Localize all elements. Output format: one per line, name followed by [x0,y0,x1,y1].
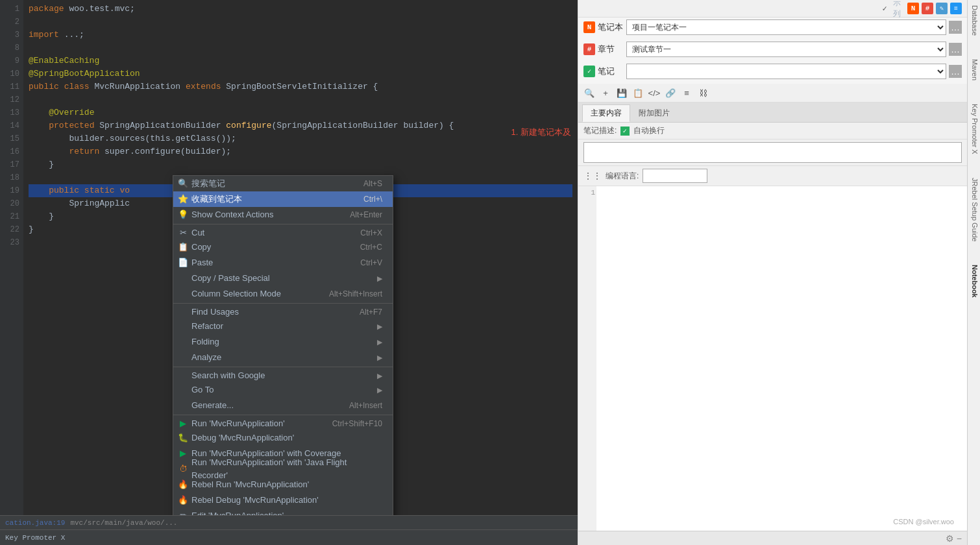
chapter-more-btn[interactable]: … [949,43,962,56]
note-select[interactable] [626,64,946,79]
menu-item-label: Edit 'MvcRunApplication'... [191,509,291,515]
side-tab-kp[interactable]: Key Promoter X [968,99,980,160]
side-tab-notebook[interactable]: Notebook [968,260,980,303]
menu-item-shortcut: Ctrl+C [360,241,382,254]
side-tab-database[interactable]: Database [968,0,980,41]
code-line [29,16,572,29]
notebook-hash-icon[interactable]: # [922,3,933,14]
notebook-row: N 笔记本 项目一笔记本一 … [578,18,967,37]
rebel-run-icon: 🔥 [177,478,189,491]
note-label: 笔记 [598,66,624,77]
menu-goto[interactable]: Go To ▶ [173,382,393,398]
note-row: ✓ 笔记 … [578,62,967,81]
note-input-area [578,139,967,166]
paste-icon: 📄 [177,256,189,269]
auto-wrap-label: 自动换行 [633,125,665,136]
notebook-more-btn[interactable]: … [949,21,962,34]
menu-edit-config[interactable]: ✏ Edit 'MvcRunApplication'... [173,508,393,515]
notebook-doc-icon[interactable]: ≡ [950,3,962,14]
note-content-area[interactable]: 1 [578,186,967,531]
menu-item-shortcut: Ctrl+X [360,226,382,239]
menu-debug[interactable]: 🐛 Debug 'MvcRunApplication' [173,430,393,446]
menu-item-label: Run 'MvcRunApplication' [191,417,285,430]
menu-copy-paste-special[interactable]: Copy / Paste Special ▶ [173,271,393,286]
search-tool-btn[interactable]: 🔍 [582,86,596,100]
tab-main-content[interactable]: 主要内容 [582,104,630,122]
note-description-row: 笔记描述: ✓ 自动换行 [578,123,967,139]
right-side-tabs: Database Maven Key Promoter X JRebel Set… [967,0,980,545]
menu-item-shortcut: Alt+Enter [350,208,382,221]
code-lang-label: 编程语言: [606,171,639,182]
display-label: 显示列表 [893,3,905,14]
menu-rebel-run[interactable]: 🔥 Rebel Run 'MvcRunApplication' [173,477,393,492]
line-numbers: 1 2 3 8 9 10 11 12 13 14 15 16 17 18 19 … [0,0,23,515]
menu-search-note[interactable]: 🔍 搜索笔记 Alt+S [173,176,393,191]
menu-find-usages[interactable]: Find Usages Alt+F7 [173,303,393,319]
menu-item-label: 收藏到笔记本 [191,193,242,206]
menu-cut[interactable]: ✂ Cut Ctrl+X [173,224,393,239]
cut-icon: ✂ [177,226,189,239]
menu-folding[interactable]: Folding ▶ [173,334,393,350]
run-icon: ▶ [177,417,189,430]
code-line: public class MvcRunApplication extends S… [29,80,572,93]
menu-item-label: 搜索笔记 [191,177,225,190]
menu-analyze[interactable]: Analyze ▶ [173,350,393,365]
watermark: CSDN @silver.woo [893,518,954,526]
code-editor[interactable]: package woo.test.mvc; import ...; @Enabl… [23,0,578,515]
submenu-arrow-icon: ▶ [377,351,382,364]
chapter-row: # 章节 测试章节一 … [578,40,967,59]
side-tab-maven[interactable]: Maven [968,54,980,86]
rebel-debug-icon: 🔥 [177,494,189,507]
menu-refactor[interactable]: Refactor ▶ [173,319,393,334]
menu-item-label: Search with Google [191,369,265,382]
auto-wrap-checkbox[interactable]: ✓ [620,127,630,136]
bookmark-icon: ⭐ [177,193,189,206]
side-tab-jrebel[interactable]: JRebel Setup Guide [968,173,980,247]
menu-context-actions[interactable]: 💡 Show Context Actions Alt+Enter [173,207,393,223]
add-tool-btn[interactable]: + [598,86,613,100]
save-tool-btn[interactable]: 💾 [615,86,629,100]
menu-rebel-debug[interactable]: 🔥 Rebel Debug 'MvcRunApplication' [173,492,393,508]
display-row: ✓ 显示列表 N # ✎ ≡ [578,0,967,18]
menu-paste[interactable]: 📄 Paste Ctrl+V [173,255,393,271]
menu-search-google[interactable]: Search with Google ▶ [173,367,393,382]
tab-image[interactable]: 附加图片 [630,104,678,122]
menu-item-label: Column Selection Mode [191,287,281,300]
debug-icon: 🐛 [177,431,189,444]
notebook-pencil-icon[interactable]: ✎ [936,3,948,14]
menu-column-selection[interactable]: Column Selection Mode Alt+Shift+Insert [173,286,393,302]
note-line-numbers: 1 [578,186,596,531]
menu-item-label: Go To [191,383,214,396]
chapter-select[interactable]: 测试章节一 [626,42,946,57]
menu-item-label: Find Usages [191,306,239,319]
chain-tool-btn[interactable]: ⛓ [696,86,710,100]
code-line: @EnableCaching [29,54,572,67]
menu-item-label: Copy / Paste Special [191,272,270,285]
notebook-select[interactable]: 项目一笔记本一 [626,19,946,35]
chapter-icon: # [583,43,595,55]
menu-copy[interactable]: 📋 Copy Ctrl+C [173,239,393,255]
note-icon: ✓ [583,66,595,77]
note-bottom-bar: ⚙ − [578,531,967,545]
notebook-toolbar: 🔍 + 💾 📋 </> 🔗 ≡ ⛓ [578,84,967,103]
note-more-btn[interactable]: … [949,65,962,78]
menu-item-shortcut: Alt+Insert [349,399,382,412]
annotation-1: 1. 新建笔记本及 [511,127,571,138]
notebook-label: 笔记本 [598,21,624,33]
checkmark-icon[interactable]: ✓ [879,3,890,14]
bottom-status-label: Key Promoter X [5,534,65,542]
menu-run-flight-recorder[interactable]: ⏱ Run 'MvcRunApplication' with 'Java Fli… [173,461,393,477]
menu-run[interactable]: ▶ Run 'MvcRunApplication' Ctrl+Shift+F10 [173,415,393,430]
code-lang-input[interactable] [643,169,707,183]
note-desc-input[interactable] [583,142,962,163]
settings-btn[interactable]: ⚙ [946,533,954,544]
code-tool-btn[interactable]: </> [647,86,661,100]
format-tool-btn[interactable]: ≡ [680,86,694,100]
menu-generate[interactable]: Generate... Alt+Insert [173,398,393,413]
menu-collect-note[interactable]: ⭐ 收藏到笔记本 Ctrl+\ [173,191,393,207]
notebook-n-icon[interactable]: N [907,3,919,14]
link-tool-btn[interactable]: 🔗 [663,86,678,100]
minimize-btn[interactable]: − [957,533,962,544]
code-line: import ...; [29,29,572,42]
copy-tool-btn[interactable]: 📋 [631,86,645,100]
